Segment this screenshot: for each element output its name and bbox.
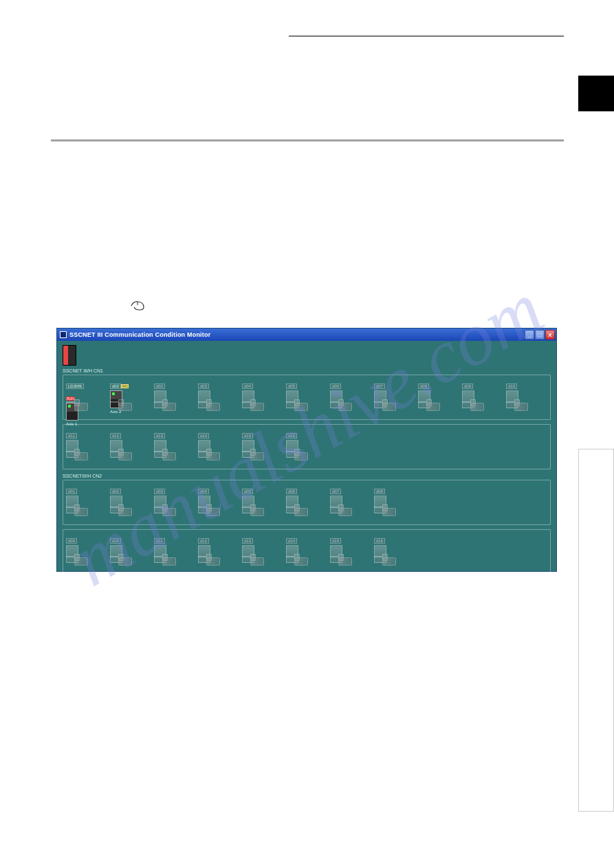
slot-id-tag: d09 [66,538,77,544]
amplifier-slot[interactable]: d04 [198,483,221,520]
slot-sublabel: LD2MS [66,383,84,389]
amplifier-slot[interactable]: d06 [330,378,353,415]
slot-id-tag: d03 [154,489,165,494]
connector-icon [286,507,294,508]
motor-icon [206,403,220,411]
slot-id-tag: d06 [286,489,297,494]
slot-id-tag: d04 [242,383,253,389]
motor-icon [294,508,308,516]
amplifier-slot[interactable]: d13 [154,427,177,465]
minimize-button[interactable]: _ [525,330,534,340]
slot-id-tag: d06 [330,383,341,389]
slot-id-tag: d16 [374,538,385,544]
amplifier-slot[interactable]: d05 [286,378,309,415]
amplifier-slot[interactable]: d02 [110,483,133,520]
motor-icon [206,452,220,460]
amplifier-slot[interactable]: d11 [66,427,89,465]
connector-icon [374,556,382,557]
amplifier-slot[interactable]: d11 [154,533,177,570]
amplifier-slot[interactable]: d01 [66,483,89,520]
connector-icon [462,401,470,403]
amplifier-slot[interactable]: d13 [242,533,265,570]
window-title: SSCNET III Communication Condition Monit… [69,331,210,338]
row-group: d11d12d13d14d15d16 [63,424,551,469]
cpu-unit-icon[interactable] [63,345,76,366]
motor-icon [74,508,88,516]
motor-icon [162,508,176,516]
slot-id-tag: d13 [154,433,165,438]
connector-icon [242,556,250,557]
side-box [578,449,614,812]
connector-icon [66,556,74,557]
amplifier-slot[interactable]: d16 [374,533,397,570]
amplifier-slot[interactable]: d06 [286,483,309,520]
motor-icon [74,452,88,460]
axis-label: Axis 1 [66,422,89,426]
amplifier-row: d01d02d03d04d05d06d07d08 [66,483,547,520]
connector-icon [66,401,74,403]
amplifier-slot[interactable]: d12 [198,533,221,570]
titlebar[interactable]: SSCNET III Communication Condition Monit… [57,329,556,341]
amplifier-slot[interactable]: d10 [506,378,529,415]
slot-id-tag: d10 [110,538,121,544]
amplifier-slot[interactable]: d03 [154,483,177,520]
chapter-tab [578,76,614,111]
connector-icon [242,401,250,403]
motor-icon [74,557,88,566]
amplifier-slot[interactable]: d08 [418,378,441,415]
connector-icon [154,507,162,508]
slot-id-tag: d13 [242,538,253,544]
amplifier-slot[interactable]: d03 [198,378,221,415]
connector-icon [374,401,382,403]
slot-sublabel: d02 [110,383,121,389]
amplifier-slot[interactable]: d16 [286,427,309,465]
slot-id-tag: d15 [330,538,341,544]
network-label: SSCNET III/H CN1 [63,368,551,373]
amplifier-slot[interactable]: d14 [198,427,221,465]
network-label: SSCNETIII/H CN2 [63,474,551,478]
slot-id-tag: d16 [286,433,297,438]
amplifier-slot[interactable]: d15 [242,427,265,465]
close-button[interactable]: X [545,330,555,340]
amplifier-slot[interactable]: d15 [330,533,353,570]
connector-icon [110,401,118,403]
amplifier-slot[interactable]: d09 [66,533,89,570]
amplifier-slot[interactable]: d05 [242,483,265,520]
row-group: d09d10d11d12d13d14d15d16 [63,529,551,575]
amplifier-slot[interactable]: d04 [242,378,265,415]
amplifier-slot[interactable]: d07 [374,378,397,415]
amplifier-slot[interactable]: d09 [462,378,485,415]
status-badge: RUN [66,397,75,401]
slot-id-tag: d05 [242,489,253,494]
motor-icon [514,403,528,411]
row-group: LD2MSRUNAxis 1d02IMGAxis 2d02d03d04d05d0… [63,375,551,420]
connector-icon [506,401,514,403]
connector-icon [66,507,74,508]
slot-id-tag: d07 [374,383,385,389]
motor-icon [338,508,352,516]
motor-icon [206,508,220,516]
connector-icon [154,451,162,452]
amplifier-slot[interactable]: d02 [154,378,177,415]
amplifier-slot[interactable]: d10 [110,533,133,570]
amplifier-slot[interactable]: d14 [286,533,309,570]
connector-icon [198,451,206,452]
amplifier-slot[interactable]: LD2MSRUNAxis 1 [66,378,89,415]
motor-icon [382,508,396,516]
amplifier-row: LD2MSRUNAxis 1d02IMGAxis 2d02d03d04d05d0… [66,378,547,415]
motor-icon [250,452,264,460]
motor-icon [426,403,440,411]
maximize-button[interactable]: □ [535,330,545,340]
slot-id-tag: d08 [418,383,429,389]
connector-icon [154,401,162,403]
connector-icon [198,401,206,403]
slot-id-tag: d10 [506,383,517,389]
amplifier-row: d11d12d13d14d15d16 [66,427,547,465]
amplifier-slot[interactable]: d08 [374,483,397,520]
amplifier-slot[interactable]: d07 [330,483,353,520]
amplifier-slot[interactable]: d02IMGAxis 2 [110,378,133,415]
amplifier-slot[interactable]: d12 [110,427,133,465]
slot-id-tag: d11 [66,433,77,438]
window-content: SSCNET III/H CN1LD2MSRUNAxis 1d02IMGAxis… [57,341,556,571]
status-badge: IMG [121,384,129,388]
